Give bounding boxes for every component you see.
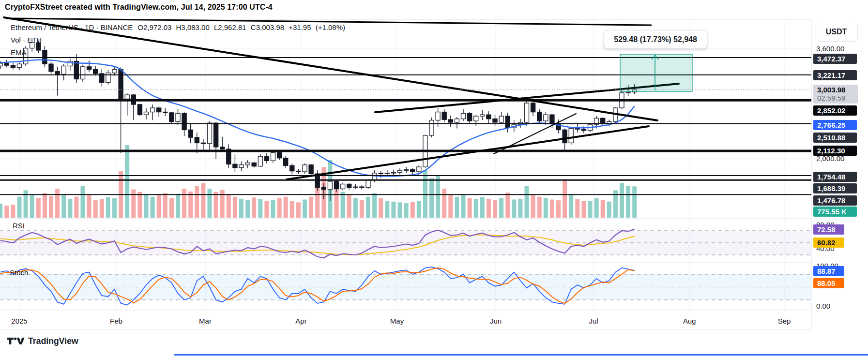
volume-indicator-label[interactable]: Vol · ETH [11, 36, 42, 44]
projection-box [620, 54, 692, 91]
volume-bar [68, 199, 72, 218]
volume-bar [537, 197, 542, 218]
volume-bar [341, 192, 345, 218]
volume-bar [632, 186, 637, 218]
candle [601, 118, 605, 123]
trendline[interactable] [287, 126, 649, 179]
candle [385, 173, 389, 174]
candle [353, 187, 358, 188]
candle [328, 181, 332, 190]
candle [455, 119, 459, 122]
candle [474, 116, 478, 121]
candle [537, 112, 542, 121]
price-chart-canvas[interactable] [0, 0, 868, 356]
time-axis-label-aug: Aug [683, 317, 696, 325]
measurement-tooltip: 529.48 (17.73%) 52,948 [604, 30, 707, 49]
volume-bar [620, 183, 624, 218]
volume-bar [372, 193, 377, 218]
candle [81, 67, 85, 79]
axis-price-badge: 1,754.48 [813, 172, 857, 182]
candle [271, 152, 275, 161]
volume-bar [93, 200, 98, 218]
candle [379, 173, 383, 174]
candle [61, 66, 66, 74]
candle [169, 113, 174, 121]
volume-bar [423, 170, 427, 218]
candle [303, 165, 307, 172]
candle [448, 119, 453, 122]
indicator-bands [0, 231, 811, 300]
candle [429, 120, 434, 135]
volume-bar [74, 197, 78, 218]
candle [544, 115, 548, 121]
candle [208, 123, 212, 144]
volume-bar [429, 178, 434, 218]
volume-bar [17, 197, 22, 218]
volume-bar [296, 202, 301, 218]
candle [195, 137, 199, 143]
symbol-legend[interactable]: Ethereum / TetherUS · 1D · BINANCEO2,972… [11, 23, 345, 31]
axis-price-badge: 2,112.30 [813, 146, 857, 156]
volume-bar [100, 199, 104, 218]
candle [4, 63, 9, 65]
currency-toggle-button[interactable]: USDT [815, 23, 858, 42]
candle [290, 165, 294, 171]
candle [309, 165, 313, 174]
chart-window: CryptoFXStreet created with TradingView.… [0, 0, 868, 356]
candle [468, 113, 472, 121]
volume-bar [436, 176, 440, 218]
candle [245, 163, 250, 165]
candle [87, 67, 91, 70]
volume-bar [569, 194, 573, 218]
volume-bar [417, 201, 421, 218]
volume-bar [290, 201, 294, 218]
volume-bar [480, 197, 485, 218]
candle [182, 113, 186, 130]
volume-bar [461, 194, 466, 218]
candle [93, 70, 98, 74]
volume-bar [411, 202, 415, 218]
volume-bar [220, 190, 225, 218]
volume-bar [404, 203, 409, 218]
volume-bar [284, 197, 288, 218]
axis-label: 0.00 [816, 301, 830, 311]
volume-bar [544, 198, 548, 218]
volume-bar [233, 197, 237, 218]
rsi-indicator-label[interactable]: RSI [13, 222, 25, 230]
axis-price-badge: 1,688.39 [813, 183, 857, 193]
candle [569, 129, 573, 143]
volume-bar [474, 199, 478, 218]
volume-bar [550, 200, 554, 218]
volume-bar [264, 201, 269, 218]
candle [493, 119, 497, 122]
candle [626, 92, 630, 93]
candle [157, 108, 161, 112]
candle [0, 63, 2, 66]
volume-bar [151, 197, 155, 218]
candle [442, 112, 446, 120]
volume-bar [49, 196, 53, 218]
axis-price-badge: 1,476.78 [813, 195, 857, 206]
volume-bar [512, 200, 516, 218]
candle [480, 115, 485, 116]
volume-bar [87, 195, 91, 218]
volume-bar [499, 198, 503, 218]
current-price-value: 3,003.98 [817, 86, 845, 94]
candle [296, 171, 301, 172]
volume-bar [195, 186, 199, 218]
time-axis-label-mar: Mar [199, 317, 212, 325]
candle [11, 65, 15, 67]
volume-bar [588, 201, 593, 218]
volume-bar [455, 197, 459, 218]
tradingview-logo-icon [7, 337, 25, 345]
candle [144, 112, 149, 115]
attribution-text: CryptoFXStreet created with TradingView.… [5, 3, 273, 12]
stoch-indicator-label[interactable]: Stoch [10, 268, 28, 277]
candle [252, 163, 256, 166]
candle [214, 123, 218, 147]
ema-indicator-label[interactable]: EMA [11, 48, 27, 57]
time-axis-label-jun: Jun [490, 317, 502, 325]
volume-bar [518, 199, 522, 218]
tradingview-logo[interactable]: TradingView [7, 336, 78, 346]
volume-bar [398, 202, 402, 218]
